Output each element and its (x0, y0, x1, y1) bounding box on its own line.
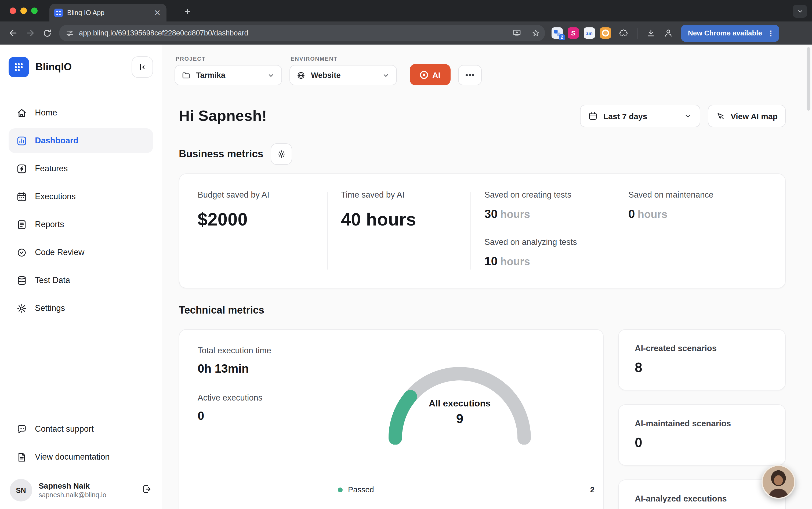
view-ai-map-label: View AI map (731, 111, 778, 121)
sidebar-item-executions[interactable]: Executions (9, 184, 153, 209)
sidebar-item-features[interactable]: Features (9, 156, 153, 181)
new-chrome-label: New Chrome available (688, 29, 762, 37)
profile-icon[interactable] (660, 25, 676, 41)
view-documentation-link[interactable]: View documentation (9, 445, 153, 469)
environment-select[interactable]: Website (290, 65, 397, 86)
gauge-total: 9 (379, 411, 540, 426)
business-metrics-header: Business metrics (179, 143, 786, 165)
logout-icon[interactable] (141, 484, 152, 497)
metric-label: Saved on creating tests (484, 190, 615, 200)
metric-label: Budget saved by AI (198, 190, 327, 200)
saved-analyzing-metric: Saved on analyzing tests 10hours (484, 237, 615, 268)
sidebar-item-label: Reports (35, 219, 64, 229)
metric-label: Time saved by AI (341, 190, 470, 200)
features-icon (15, 163, 27, 174)
downloads-icon[interactable] (643, 25, 659, 41)
chevron-down-icon (684, 112, 692, 120)
sidebar-header: BlinqIO (9, 55, 153, 79)
gauge-legend-row: Passed 2 (316, 485, 603, 494)
legend-label: Passed (348, 485, 374, 494)
sidebar-item-label: Code Review (35, 247, 84, 257)
floating-presenter-avatar[interactable] (762, 465, 796, 499)
test-data-icon (15, 274, 27, 286)
extension-s-icon[interactable]: S (568, 27, 579, 39)
user-profile[interactable]: SN Sapnesh Naik sapnesh.naik@blinq.io (9, 473, 153, 505)
extension-grid-icon[interactable]: 2 (551, 27, 563, 39)
back-button[interactable] (5, 25, 21, 41)
install-app-icon[interactable] (510, 26, 523, 40)
page-scrollbar-thumb[interactable] (807, 47, 810, 111)
sidebar-item-label: Settings (35, 303, 65, 313)
extension-icons: 2 S zm (551, 27, 611, 39)
chevron-down-icon (267, 71, 275, 79)
header-controls: Last 7 days View AI map (580, 105, 786, 127)
settings-icon (15, 302, 27, 314)
project-select[interactable]: Tarmika (174, 65, 282, 86)
minimize-window-button[interactable] (21, 7, 27, 14)
reload-button[interactable] (39, 25, 55, 41)
sidebar-item-dashboard[interactable]: Dashboard (9, 128, 153, 153)
metric-label: Saved on maintenance (628, 190, 785, 200)
zoom-window-button[interactable] (31, 7, 38, 14)
business-metrics-title: Business metrics (179, 148, 263, 160)
chrome-menu-icon[interactable]: ⋮ (767, 29, 774, 37)
tests-saved-metrics: Saved on creating tests 30hours Saved on… (471, 190, 615, 272)
url-text: app.blinq.io/691395698cef228e0cd807b0/da… (79, 29, 505, 37)
more-options-button[interactable] (458, 65, 482, 86)
sidebar-item-settings[interactable]: Settings (9, 296, 153, 320)
browser-chrome: Blinq IO App ✕ + app.blinq.io/691 (0, 0, 812, 44)
folder-icon (181, 71, 191, 80)
metric-label: Total execution time (198, 346, 316, 355)
address-bar[interactable]: app.blinq.io/691395698cef228e0cd807b0/da… (59, 25, 545, 41)
metric-label: AI-analyzed executions (635, 494, 769, 504)
metrics-settings-button[interactable] (271, 143, 293, 165)
dashboard-icon (15, 135, 27, 146)
code-review-icon (15, 246, 27, 258)
ai-map-icon (716, 111, 725, 121)
extensions-puzzle-icon[interactable] (615, 25, 632, 41)
forward-button[interactable] (22, 25, 38, 41)
tab-search-button[interactable] (793, 5, 807, 18)
budget-saved-metric: Budget saved by AI $2000 (198, 190, 327, 272)
extension-badge: 2 (559, 34, 565, 40)
user-avatar: SN (10, 479, 32, 502)
extension-zm-icon[interactable]: zm (584, 27, 595, 39)
executions-gauge: All executions 9 Passed 2 (316, 346, 603, 509)
time-saved-metric: Time saved by AI 40 hours (328, 190, 470, 272)
tab-close-icon[interactable]: ✕ (153, 9, 162, 16)
ai-button[interactable]: AI (410, 64, 450, 86)
site-settings-icon[interactable] (66, 29, 74, 37)
browser-tab[interactable]: Blinq IO App ✕ (49, 4, 167, 22)
tab-favicon-icon (54, 8, 63, 17)
new-tab-button[interactable]: + (180, 5, 194, 19)
legend-value: 2 (590, 485, 595, 494)
contact-support-link[interactable]: Contact support (9, 417, 153, 441)
metric-label: Saved on analyzing tests (484, 237, 615, 247)
sidebar-item-code-review[interactable]: Code Review (9, 240, 153, 265)
environment-label: ENVIRONMENT (291, 55, 397, 62)
metric-value: 0h 13min (198, 362, 316, 376)
close-window-button[interactable] (10, 7, 16, 14)
new-chrome-available-button[interactable]: New Chrome available ⋮ (681, 25, 779, 42)
extension-honey-icon[interactable] (600, 27, 611, 39)
ai-metrics-column: AI-created scenarios 8 AI-maintained sce… (618, 329, 786, 509)
sidebar-item-test-data[interactable]: Test Data (9, 268, 153, 293)
sidebar-item-reports[interactable]: Reports (9, 212, 153, 237)
blinqio-logo-icon (9, 57, 29, 77)
view-ai-map-button[interactable]: View AI map (708, 105, 786, 127)
sidebar-item-home[interactable]: Home (9, 100, 153, 125)
ai-created-scenarios-card: AI-created scenarios 8 (618, 329, 786, 391)
execution-stats: Total execution time 0h 13min Active exe… (198, 346, 316, 509)
technical-metrics-row: Total execution time 0h 13min Active exe… (179, 329, 786, 509)
sidebar-item-label: Home (35, 108, 57, 117)
metric-label: AI-maintained scenarios (635, 419, 769, 429)
date-range-select[interactable]: Last 7 days (580, 105, 701, 127)
gear-icon (277, 149, 286, 159)
metric-value: 10hours (484, 254, 615, 268)
tab-strip: Blinq IO App ✕ + (0, 0, 812, 22)
sidebar-item-label: View documentation (35, 452, 110, 462)
main-area: PROJECT Tarmika ENVIRONMENT (162, 44, 812, 509)
environment-group: ENVIRONMENT Website (290, 55, 397, 86)
sidebar-collapse-button[interactable] (132, 56, 153, 78)
bookmark-star-icon[interactable] (529, 26, 542, 40)
